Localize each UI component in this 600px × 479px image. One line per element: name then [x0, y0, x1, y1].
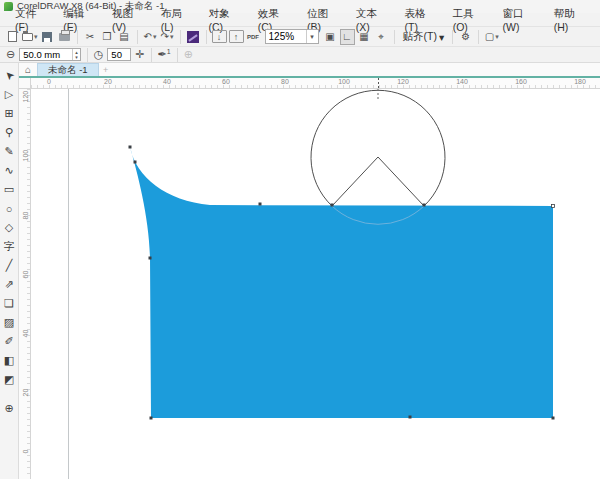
rate-icon: ◷ [94, 48, 104, 61]
copy-button[interactable]: ❐ [100, 29, 115, 45]
redo-dropdown-icon[interactable]: ▾ [170, 33, 174, 41]
plus-icon: + [103, 65, 108, 75]
propbar-separator [151, 48, 152, 62]
ruler-corner[interactable] [19, 78, 31, 89]
blue-shape[interactable] [130, 147, 553, 418]
cut-button[interactable]: ✂ [83, 29, 98, 45]
polygon-tool[interactable]: ◇ [1, 218, 18, 237]
horizontal-ruler[interactable]: 0 20 40 60 80 100 120 140 160 180 [31, 78, 600, 89]
new-document-tab-button[interactable]: + [99, 63, 113, 76]
save-button[interactable] [40, 29, 55, 45]
workspace-button[interactable]: ▢▾ [484, 29, 499, 45]
nib-size-field[interactable]: ▴▾ [19, 48, 81, 61]
h-ruler-label: 180 [574, 78, 586, 85]
vertical-ruler[interactable]: 120 100 80 60 40 20 0 [19, 89, 31, 479]
circle-outline[interactable] [311, 90, 445, 206]
app-launcher-button[interactable] [186, 29, 201, 45]
grid-icon: ▦ [359, 31, 368, 42]
v-ruler-label: 20 [22, 388, 29, 398]
export-button[interactable]: ↑ [229, 30, 244, 43]
snap-to-button[interactable]: 贴齐(T)▾ [399, 30, 449, 44]
h-ruler-label: 0 [47, 78, 51, 85]
open-folder-icon [22, 33, 33, 41]
text-tool[interactable]: 字 [1, 237, 18, 256]
open-button[interactable]: ▾ [22, 29, 38, 45]
zoom-tool[interactable]: ⚲ [1, 123, 18, 142]
fill-tool[interactable]: ◧ [1, 351, 18, 370]
paste-button[interactable]: ▤ [117, 29, 132, 45]
propbar-separator [87, 48, 88, 62]
rate-field[interactable] [107, 48, 131, 61]
toolbar-separator [137, 30, 138, 44]
zoom-level-input[interactable] [266, 31, 306, 42]
document-tab-active[interactable]: 未命名 -1 [37, 63, 99, 76]
undo-icon: ↶ [144, 31, 152, 42]
ellipse-tool[interactable]: ○ [1, 199, 18, 218]
ruler-cursor-indicator [378, 78, 379, 88]
h-ruler-label: 80 [281, 78, 289, 85]
dimension-tool[interactable]: ╱ [1, 256, 18, 275]
snap-label: 贴齐(T) [403, 30, 437, 44]
freehand-tool[interactable]: ✎ [1, 142, 18, 161]
show-grid-button[interactable]: ▦ [357, 29, 372, 45]
nib-size-spinner[interactable]: ▴▾ [72, 49, 80, 60]
menu-object[interactable]: 对象(C) [199, 7, 248, 33]
eyedropper-tool[interactable]: ✐ [1, 332, 18, 351]
app-launcher-icon [187, 31, 199, 43]
redo-button[interactable]: ↷▾ [160, 29, 175, 45]
transparency-tool[interactable]: ▨ [1, 313, 18, 332]
v-ruler-label: 120 [22, 93, 29, 103]
menu-help[interactable]: 帮助(H) [545, 7, 594, 33]
toolbar-separator [478, 30, 479, 44]
publish-pdf-button[interactable]: PDF [246, 29, 261, 45]
property-bar: ⊖ ▴▾ ◷ ✛ ✒1 ⊕ [0, 47, 600, 63]
crop-tool[interactable]: ⊞ [1, 104, 18, 123]
nib-size-input[interactable] [20, 49, 72, 60]
artistic-media-tool[interactable]: ∿ [1, 161, 18, 180]
connector-tool[interactable]: ⇗ [1, 275, 18, 294]
h-ruler-label: 20 [104, 78, 112, 85]
pen-pressure-button[interactable]: ✛ [135, 48, 144, 61]
h-ruler-label: 160 [515, 78, 527, 85]
snap-dropdown-icon[interactable]: ▾ [439, 31, 444, 43]
print-button[interactable] [57, 29, 72, 45]
paste-icon: ▤ [119, 31, 128, 42]
rectangle-tool[interactable]: ▭ [1, 180, 18, 199]
menu-window[interactable]: 窗口(W) [493, 7, 544, 33]
redo-icon: ↷ [161, 31, 169, 42]
h-ruler-label: 100 [338, 78, 350, 85]
save-icon [42, 32, 52, 42]
v-ruler-label: 80 [22, 211, 29, 221]
zoom-dropdown-icon[interactable]: ▾ [306, 30, 318, 43]
pen-settings-button[interactable]: ✒1 [158, 48, 171, 61]
undo-dropdown-icon[interactable]: ▾ [153, 33, 157, 41]
canvas[interactable] [31, 89, 600, 479]
options-button[interactable]: ⚙ [458, 29, 473, 45]
interactive-fill-tool[interactable]: ◩ [1, 370, 18, 389]
workspace-dropdown-icon[interactable]: ▾ [495, 33, 499, 41]
zoom-level-combo[interactable]: ▾ [265, 29, 319, 44]
center-marker-icon: ⊕ [184, 48, 193, 61]
show-guidelines-button[interactable]: ⌖ [374, 29, 389, 45]
show-rulers-button[interactable]: ∟ [340, 29, 355, 45]
import-button[interactable]: ↓ [212, 30, 227, 43]
h-ruler-label: 60 [222, 78, 230, 85]
propbar-separator [177, 48, 178, 62]
window-icon: ▢ [485, 31, 494, 42]
undo-button[interactable]: ↶▾ [143, 29, 158, 45]
h-ruler-label: 140 [456, 78, 468, 85]
import-icon: ↓ [217, 32, 222, 42]
document-tab-label: 未命名 -1 [48, 64, 88, 77]
open-dropdown-icon[interactable]: ▾ [34, 33, 38, 41]
new-document-button[interactable] [5, 29, 20, 45]
fullscreen-preview-button[interactable]: ▣ [323, 29, 338, 45]
v-ruler-label: 60 [22, 270, 29, 280]
h-ruler-label: 120 [397, 78, 409, 85]
spinner-down-icon[interactable]: ▾ [75, 55, 78, 60]
drop-shadow-tool[interactable]: ❏ [1, 294, 18, 313]
toolbar-separator [394, 30, 395, 44]
rate-input[interactable] [108, 49, 130, 60]
pen-icon: ✒ [158, 48, 167, 60]
pdf-icon: PDF [247, 34, 259, 40]
print-icon [59, 33, 70, 41]
